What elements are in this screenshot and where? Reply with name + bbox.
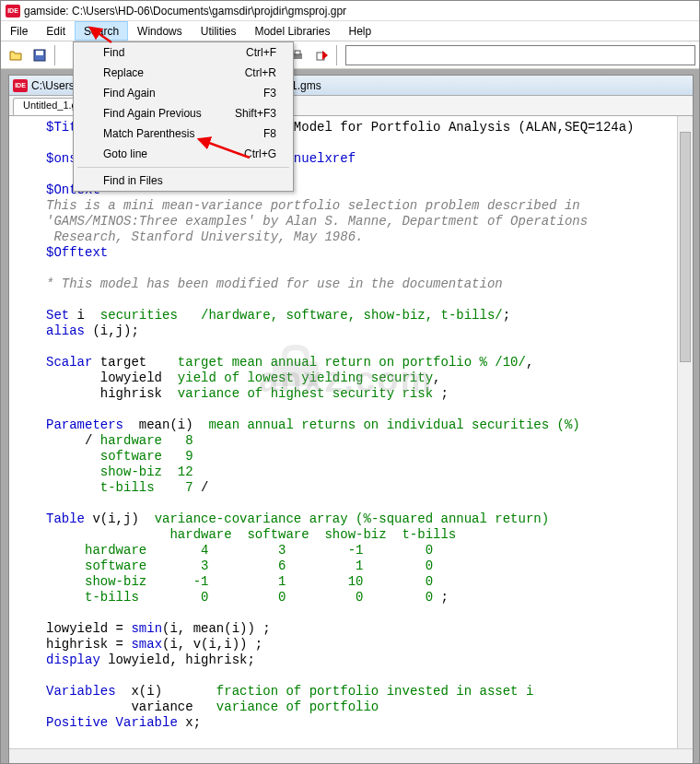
menu-separator <box>77 167 289 168</box>
menu-bar: File Edit Search Windows Utilities Model… <box>1 21 699 41</box>
menu-edit[interactable]: Edit <box>37 21 75 41</box>
menu-utilities[interactable]: Utilities <box>192 21 246 41</box>
menu-windows[interactable]: Windows <box>128 21 192 41</box>
search-input[interactable] <box>345 45 695 65</box>
open-icon[interactable] <box>5 44 27 66</box>
file-icon: IDE <box>13 79 28 92</box>
menu-goto-line[interactable]: Goto lineCtrl+G <box>74 144 293 164</box>
menu-match-parenthesis[interactable]: Match ParenthesisF8 <box>74 123 293 144</box>
menu-find-in-files[interactable]: Find in Files <box>74 170 293 191</box>
window-title-bar: IDE gamside: C:\Users\HD-06\Documents\ga… <box>1 1 699 21</box>
window-title: gamside: C:\Users\HD-06\Documents\gamsdi… <box>24 5 346 18</box>
menu-find-again[interactable]: Find AgainF3 <box>74 83 293 103</box>
save-icon[interactable] <box>29 44 51 66</box>
menu-search[interactable]: Search <box>75 21 128 41</box>
separator <box>54 45 56 65</box>
app-icon: IDE <box>6 5 20 18</box>
export-icon[interactable] <box>310 44 332 66</box>
horizontal-scrollbar[interactable] <box>9 748 693 764</box>
vertical-scrollbar[interactable] <box>677 116 693 748</box>
svg-rect-3 <box>295 51 300 54</box>
svg-rect-1 <box>36 51 43 55</box>
separator <box>336 45 338 65</box>
code-editor[interactable]: $Title A Quadratic Programming Model for… <box>9 116 677 748</box>
search-dropdown: FindCtrl+F ReplaceCtrl+R Find AgainF3 Fi… <box>73 41 294 192</box>
menu-find-again-previous[interactable]: Find Again PreviousShift+F3 <box>74 103 293 123</box>
menu-find[interactable]: FindCtrl+F <box>74 42 293 63</box>
menu-help[interactable]: Help <box>339 21 380 41</box>
menu-replace[interactable]: ReplaceCtrl+R <box>74 63 293 83</box>
menu-file[interactable]: File <box>1 21 37 41</box>
menu-model-libraries[interactable]: Model Libraries <box>245 21 339 41</box>
